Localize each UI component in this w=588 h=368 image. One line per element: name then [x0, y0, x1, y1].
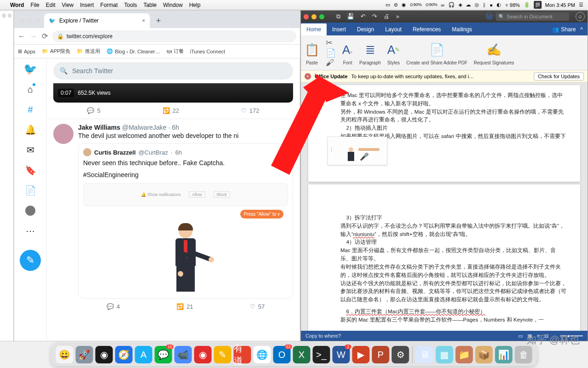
- back-button[interactable]: ←: [18, 32, 25, 40]
- menu-insert[interactable]: Insert: [80, 2, 94, 8]
- tweet-author[interactable]: Jake Williams: [78, 124, 120, 131]
- quoted-tweet[interactable]: Curtis Brazzell @CurtBraz · 6h Never see…: [78, 143, 293, 299]
- dock-app[interactable]: P: [372, 346, 390, 363]
- menu-table[interactable]: Table: [143, 2, 157, 8]
- word-document-area[interactable]: 在 Mac 里可以同时给多个文件重命名，选中想要重命名的几个文件，两指点按触控板…: [301, 82, 588, 331]
- like-button[interactable]: ♡ 57: [250, 303, 265, 310]
- forward-button[interactable]: →: [30, 32, 37, 40]
- like-button[interactable]: ♡ 172: [241, 107, 260, 114]
- qat-home-icon[interactable]: ⧉: [336, 13, 340, 20]
- nav-more-icon[interactable]: ⋯: [24, 225, 36, 237]
- nav-notifications-icon[interactable]: 🔔: [24, 124, 36, 136]
- dock-app[interactable]: 💬16: [155, 346, 172, 363]
- video-preview[interactable]: 0:07 652.5K views: [53, 83, 293, 103]
- word-min-button[interactable]: [311, 14, 317, 19]
- app-name[interactable]: Word: [10, 2, 24, 8]
- ribbon-tab-insert[interactable]: Insert: [327, 23, 351, 35]
- menu-window[interactable]: Window: [163, 2, 183, 8]
- tab-close-icon[interactable]: ×: [142, 17, 145, 24]
- document-page-2[interactable]: 3）拆字法打字 遇到不认识的字，不会读怎么办？可以利用苹果自带输入法中的拆字来打…: [308, 184, 580, 331]
- menu-format[interactable]: Format: [100, 2, 118, 8]
- qat-redo-icon[interactable]: ↷: [372, 13, 377, 20]
- menubar-wifi-icon[interactable]: ᯤ 98%: [505, 2, 520, 8]
- qat-save-icon[interactable]: 💾: [347, 13, 354, 20]
- menubar-battery-icon[interactable]: 🔋: [524, 2, 530, 8]
- menubar-mem2[interactable]: ⊙90%: [425, 3, 437, 7]
- bookmark-apps[interactable]: ⊞ Apps: [18, 48, 35, 54]
- ribbon-tab-design[interactable]: Design: [351, 23, 379, 35]
- dock-recent[interactable]: ▦: [436, 346, 453, 363]
- new-tab-button[interactable]: +: [153, 15, 164, 27]
- ribbon-tab-home[interactable]: Home: [301, 23, 327, 35]
- dock-recent[interactable]: 📊: [495, 346, 513, 363]
- dock-app[interactable]: X: [293, 346, 311, 363]
- dock-app[interactable]: W2: [333, 346, 350, 363]
- word-account-button[interactable]: ☺: [576, 12, 585, 21]
- chrome-tab[interactable]: 🐦 Explore / Twitter ×: [44, 13, 150, 28]
- ribbon-tab-references[interactable]: References: [407, 23, 446, 35]
- menubar-mem1[interactable]: ⊙90%: [410, 3, 422, 7]
- menubar-clock[interactable]: Mon 3:45 PM: [545, 2, 575, 8]
- menu-help[interactable]: Help: [189, 2, 201, 8]
- twitter-search[interactable]: 🔍 Search Twitter: [53, 62, 293, 80]
- dock-app[interactable]: ▶: [352, 346, 370, 363]
- reply-button[interactable]: 💬 5: [87, 107, 100, 114]
- ribbon-adobe-pdf[interactable]: 📄Create and Share Adobe PDF: [406, 40, 467, 65]
- ribbon-signatures[interactable]: ✍Request Signatures: [474, 40, 514, 65]
- ribbon-font[interactable]: AˬFont: [342, 40, 353, 65]
- dock-app[interactable]: 😀: [56, 346, 74, 363]
- dock-recent[interactable]: 📦: [475, 346, 493, 363]
- compose-tweet-button[interactable]: ✎: [20, 250, 41, 271]
- dock-app[interactable]: ◉: [96, 346, 113, 363]
- dock-app[interactable]: 🚀: [76, 346, 93, 363]
- dock-app[interactable]: 🧭: [115, 346, 133, 363]
- dock-app[interactable]: ◉: [194, 346, 212, 363]
- nav-lists-icon[interactable]: 📄: [24, 184, 36, 196]
- nav-home-icon[interactable]: ⌂: [24, 83, 36, 95]
- ribbon-tab-layout[interactable]: Layout: [379, 23, 407, 35]
- menubar-cc-icon[interactable]: ◎: [475, 2, 479, 8]
- menu-edit[interactable]: Edit: [46, 2, 56, 8]
- menubar-link-icon[interactable]: ∞: [441, 2, 445, 8]
- reload-button[interactable]: ⟳: [42, 32, 48, 40]
- ribbon-tab-mailings[interactable]: Mailings: [447, 23, 478, 35]
- menubar-bluetooth-icon[interactable]: ᛒ: [483, 2, 486, 8]
- dock-app[interactable]: A: [135, 346, 153, 363]
- menubar-dot-icon[interactable]: ●: [490, 2, 493, 8]
- retweet-button[interactable]: 🔁 22: [163, 107, 179, 114]
- dock-app[interactable]: ⚙: [392, 346, 409, 363]
- nav-profile-icon[interactable]: [24, 205, 36, 217]
- nav-messages-icon[interactable]: ✉: [24, 144, 36, 156]
- retweet-button[interactable]: 🔁 21: [176, 303, 193, 310]
- menubar-headphones-icon[interactable]: 🎧: [448, 2, 455, 8]
- menubar-diamond-icon[interactable]: ◈: [458, 2, 462, 8]
- dock-app[interactable]: O53: [273, 346, 291, 363]
- ribbon-styles[interactable]: A✎Styles: [387, 40, 400, 65]
- word-max-button[interactable]: [319, 14, 324, 19]
- check-updates-button[interactable]: Check for Updates: [534, 72, 584, 80]
- menubar-record-icon[interactable]: ◉: [401, 2, 406, 8]
- bookmark-item[interactable]: 🍽 订餐: [167, 48, 184, 55]
- reply-button[interactable]: 💬 4: [107, 303, 120, 310]
- chrome-max-button[interactable]: [35, 18, 40, 23]
- chrome-close-button[interactable]: [20, 18, 25, 23]
- bookmark-item[interactable]: 📁 APP限免: [42, 48, 70, 55]
- dock-app[interactable]: 📹: [175, 346, 192, 363]
- menubar-video-icon[interactable]: ▭: [385, 2, 390, 8]
- chrome-min-button[interactable]: [28, 18, 33, 23]
- ribbon-paragraph[interactable]: ≣Paragraph: [359, 40, 381, 65]
- menubar-siri-icon[interactable]: ◐: [497, 2, 501, 8]
- qat-undo-icon[interactable]: ↶: [361, 13, 366, 20]
- menu-view[interactable]: View: [62, 2, 74, 8]
- bookmark-item[interactable]: 📁 推送用: [77, 48, 100, 55]
- share-button[interactable]: 👥 Share ^: [548, 23, 588, 35]
- menu-tools[interactable]: Tools: [124, 2, 137, 8]
- address-bar[interactable]: 🔒 twitter.com/explore: [52, 30, 296, 42]
- ribbon-clipboard-extra[interactable]: ✂📄🖌: [326, 43, 336, 63]
- dock-app[interactable]: ✎: [214, 346, 232, 363]
- dock-app[interactable]: 有道: [234, 346, 251, 363]
- bookmark-item[interactable]: iTunes Connect: [190, 49, 226, 54]
- tweet-avatar[interactable]: [53, 124, 74, 144]
- dock-app[interactable]: 🌐: [254, 346, 271, 363]
- nav-bookmarks-icon[interactable]: 🔖: [24, 164, 36, 176]
